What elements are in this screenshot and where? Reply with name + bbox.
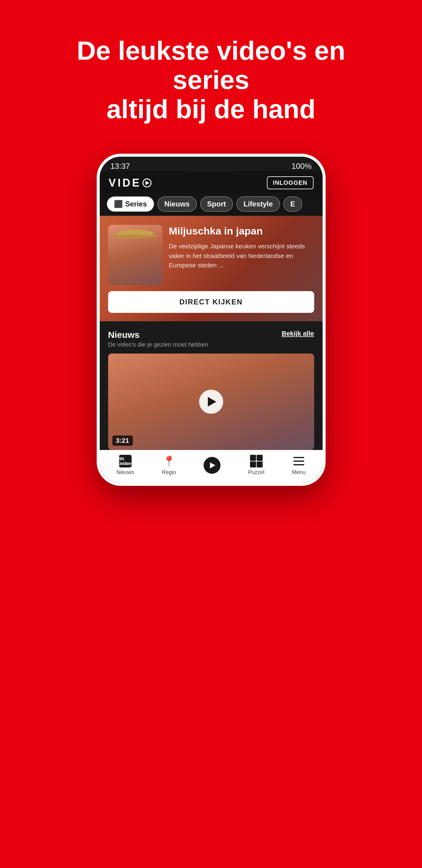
featured-title: Miljuschka in japan (169, 225, 314, 237)
nav-tab-sport-label: Sport (207, 200, 226, 208)
bottom-nav-puzzel[interactable]: Puzzel (248, 455, 264, 475)
hero-headline: De leukste video's en series altijd bij … (30, 0, 392, 148)
hamburger-line-2 (293, 461, 304, 462)
puzzle-cell-3 (250, 461, 256, 467)
hamburger-icon (293, 457, 304, 465)
bottom-nav-video[interactable] (204, 457, 221, 474)
section-subtitle: De video's die je gezien moet hebben (108, 341, 208, 348)
hamburger-line-3 (293, 464, 304, 465)
bottom-nav-regio[interactable]: 📍 Regio (162, 455, 176, 475)
bottom-nav-menu-label: Menu (292, 469, 306, 475)
section-title: Nieuws (108, 330, 208, 340)
logo-text: VIDE (109, 177, 141, 189)
hamburger-menu-icon (292, 455, 305, 467)
app-header: VIDE INLOGGEN (100, 171, 323, 193)
series-tv-icon: ⬛ (114, 200, 123, 208)
nav-tab-series-label: Series (125, 200, 147, 208)
puzzle-cell-2 (257, 455, 263, 461)
status-battery: 100% (292, 161, 312, 171)
video-duration-badge: 3:21 (112, 435, 133, 446)
bottom-nav-menu[interactable]: Menu (292, 455, 306, 475)
hero-headline-text2: altijd bij de hand (106, 94, 315, 124)
phone-mockup: 13:37 100% VIDE INLOGGEN ⬛ Series Nieuws (97, 154, 326, 486)
puzzle-cell-1 (250, 455, 256, 461)
puzzle-squares-icon (250, 455, 263, 467)
featured-inner: Miljuschka in japan De veelzijdige Japan… (108, 225, 314, 285)
featured-text-block: Miljuschka in japan De veelzijdige Japan… (169, 225, 314, 270)
bn-news-icon: BNDeStem (119, 455, 132, 467)
app-logo: VIDE (109, 177, 152, 189)
nav-tab-more[interactable]: E (284, 196, 302, 212)
nav-tabs-container: ⬛ Series Nieuws Sport Lifestyle E (100, 193, 323, 216)
thumbnail-person-image (108, 225, 162, 285)
nav-tab-sport[interactable]: Sport (200, 196, 233, 212)
logo-play-icon (142, 179, 152, 187)
featured-content-area: Miljuschka in japan De veelzijdige Japan… (100, 216, 323, 321)
nieuws-section: Nieuws De video's die je gezien moet heb… (100, 321, 323, 450)
bottom-nav-puzzel-label: Puzzel (248, 469, 264, 475)
hero-headline-text: De leukste video's en series (77, 36, 346, 95)
nav-tab-nieuws-label: Nieuws (164, 200, 190, 208)
hat-decoration (118, 230, 153, 236)
location-icon: 📍 (163, 456, 175, 466)
login-button[interactable]: INLOGGEN (267, 176, 314, 189)
nav-tab-more-label: E (290, 200, 295, 208)
news-video-thumbnail[interactable]: 3:21 (108, 353, 314, 450)
play-triangle-icon (208, 397, 216, 407)
bottom-nav-nieuws[interactable]: BNDeStem Nieuws (116, 455, 134, 475)
phone-screen: 13:37 100% VIDE INLOGGEN ⬛ Series Nieuws (100, 157, 323, 483)
video-play-circle-icon (204, 457, 221, 474)
location-pin-icon: 📍 (163, 455, 175, 467)
bekijk-alle-link[interactable]: Bekijk alle (282, 330, 314, 338)
notch (181, 157, 241, 172)
status-time: 13:37 (110, 161, 130, 171)
featured-thumbnail (108, 225, 162, 285)
nav-tab-nieuws[interactable]: Nieuws (158, 196, 197, 212)
puzzle-cell-4 (257, 461, 263, 467)
phone-shell: 13:37 100% VIDE INLOGGEN ⬛ Series Nieuws (97, 154, 326, 486)
section-title-block: Nieuws De video's die je gezien moet heb… (108, 330, 208, 348)
section-header: Nieuws De video's die je gezien moet heb… (108, 330, 314, 348)
nav-tab-lifestyle-label: Lifestyle (244, 200, 272, 208)
puzzle-grid-icon (250, 455, 263, 467)
bottom-nav-regio-label: Regio (162, 469, 176, 475)
bottom-nav-nieuws-label: Nieuws (116, 469, 134, 475)
hamburger-line-1 (293, 457, 304, 458)
play-button[interactable] (199, 390, 223, 414)
video-play-triangle-icon (210, 462, 215, 468)
nav-tab-lifestyle[interactable]: Lifestyle (236, 196, 280, 212)
featured-description: De veelzijdige Japanse keuken verschijnt… (169, 241, 314, 270)
bn-logo-icon: BNDeStem (119, 455, 132, 467)
nav-tab-series[interactable]: ⬛ Series (107, 196, 154, 212)
direct-kijken-button[interactable]: DIRECT KIJKEN (108, 291, 314, 313)
bottom-navigation: BNDeStem Nieuws 📍 Regio (100, 450, 323, 483)
